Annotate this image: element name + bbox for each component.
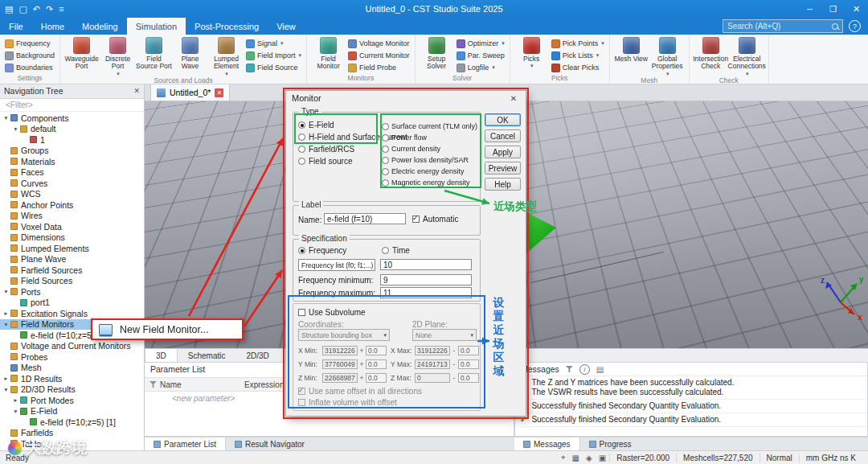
ribbon-button-mesh-view[interactable]: Mesh View	[613, 36, 649, 63]
tree-item-components[interactable]: ▾Components	[0, 113, 144, 124]
filter-icon[interactable]	[566, 366, 573, 372]
ribbon-button-field-source-port[interactable]: Field Source Port	[136, 36, 172, 71]
menu-tab-home[interactable]: Home	[32, 18, 73, 35]
view-tab-2d-3d[interactable]: 2D/3D	[235, 349, 279, 362]
ribbon-button-optimizer[interactable]: Optimizer▾	[455, 38, 506, 49]
context-menu-new-field-monitor[interactable]: New Field Monitor...	[91, 318, 244, 340]
ribbon-button-global-properties[interactable]: Global Properties▾	[649, 36, 686, 76]
max-offset-input[interactable]	[458, 373, 479, 383]
menu-tab-post-processing[interactable]: Post-Processing	[186, 18, 268, 35]
open-icon[interactable]: ▢	[18, 4, 27, 14]
panel-tab-parameter-list[interactable]: Parameter List	[145, 437, 226, 450]
menu-tab-view[interactable]: View	[268, 18, 305, 35]
ribbon-button-field-probe[interactable]: Field Probe	[346, 62, 411, 73]
frequency-radio[interactable]: Frequency	[298, 246, 346, 255]
ribbon-button-plane-wave[interactable]: Plane Wave	[172, 36, 208, 71]
tree-item-ports[interactable]: ▾Ports	[0, 286, 144, 298]
tree-item-e-field[interactable]: ▾E-Field	[0, 406, 144, 417]
close-icon[interactable]: ✕	[845, 0, 868, 18]
radio-electric-energy-density[interactable]: Electric energy density	[382, 167, 465, 175]
menu-tab-file[interactable]: File	[0, 18, 32, 35]
ribbon-button-electrical-connections[interactable]: Electrical Connections▾	[729, 36, 765, 76]
max-input[interactable]	[415, 359, 450, 369]
export-icon[interactable]: ▤	[596, 365, 604, 374]
dialog-button-help[interactable]: Help	[485, 178, 521, 191]
ribbon-button-field-monitor[interactable]: Field Monitor	[310, 36, 346, 71]
search-input[interactable]: Search (Alt+Q)	[723, 19, 843, 33]
max-offset-input[interactable]	[458, 359, 479, 369]
panel-close-icon[interactable]: ✕	[133, 87, 140, 95]
radio-field-source[interactable]: Field source	[298, 157, 352, 166]
tree-item-2d-3d-results[interactable]: ▾2D/3D Results	[0, 384, 144, 396]
min-input[interactable]	[322, 373, 358, 383]
radio-current-density[interactable]: Current density	[382, 145, 440, 153]
panel-tab-progress[interactable]: Progress	[580, 437, 641, 450]
redo-icon[interactable]: ↷	[46, 4, 53, 14]
min-input[interactable]	[322, 346, 358, 355]
ribbon-button-voltage-monitor[interactable]: Voltage Monitor	[346, 38, 411, 49]
min-input[interactable]	[322, 359, 358, 369]
ribbon-button-waveguide-port[interactable]: Waveguide Port	[63, 36, 100, 71]
ribbon-button-intersection-check[interactable]: Intersection Check	[693, 36, 729, 71]
expand-icon[interactable]: ▸	[2, 375, 10, 382]
ribbon-button-lumped-element[interactable]: Lumped Element▾	[208, 36, 244, 76]
min-offset-input[interactable]	[366, 359, 387, 369]
ribbon-button-boundaries[interactable]: Boundaries	[3, 62, 56, 73]
column-header-name[interactable]: Name	[145, 378, 240, 391]
tree-item-groups[interactable]: Groups	[0, 146, 144, 157]
dialog-button-ok[interactable]: OK	[485, 113, 521, 126]
radio-e-field[interactable]: E-Field	[298, 121, 334, 129]
document-tab[interactable]: Untitled_0* ✕	[150, 84, 230, 101]
inflate-checkbox[interactable]: Inflate volume with offset	[298, 398, 397, 407]
view-tab-schematic[interactable]: Schematic	[178, 349, 236, 362]
minimize-icon[interactable]: ─	[798, 0, 821, 18]
min-offset-input[interactable]	[366, 346, 387, 355]
tree-item-port-modes[interactable]: ▸Port Modes	[0, 395, 144, 406]
info-icon[interactable]: i	[579, 364, 590, 375]
same-offset-checkbox[interactable]: Use same offset in all directions	[298, 387, 422, 396]
tree-item-port1[interactable]: port1	[0, 298, 144, 309]
save-icon[interactable]: ▤	[5, 4, 13, 14]
max-input[interactable]	[415, 373, 450, 383]
ribbon-button-discrete-port[interactable]: Discrete Port▾	[100, 36, 136, 76]
maximize-icon[interactable]: ❐	[821, 0, 845, 18]
grid-icon[interactable]: ▦	[569, 454, 583, 462]
2d-plane-dropdown[interactable]: None ▾	[412, 329, 477, 341]
tree-item-materials[interactable]: Materials	[0, 156, 144, 167]
dialog-button-cancel[interactable]: Cancel	[485, 129, 521, 142]
max-input[interactable]	[415, 346, 450, 355]
ribbon-button-clear-picks[interactable]: Clear Picks	[550, 62, 606, 73]
tree-item-farfields[interactable]: Farfields	[0, 428, 144, 439]
dialog-title-bar[interactable]: Monitor ✕	[286, 91, 526, 105]
ribbon-button-picks[interactable]: Picks▾	[514, 36, 550, 69]
coordinates-dropdown[interactable]: Structure bounding box ▾	[298, 329, 390, 341]
menu-tab-simulation[interactable]: Simulation	[127, 18, 186, 35]
min-offset-input[interactable]	[366, 373, 387, 383]
frequency-maximum-input[interactable]	[380, 287, 472, 298]
dialog-close-icon[interactable]: ✕	[507, 94, 520, 103]
ribbon-button-pick-lists[interactable]: Pick Lists▾	[550, 50, 606, 61]
snap-icon[interactable]: ◈	[583, 454, 596, 462]
radio-farfield-rcs[interactable]: Farfield/RCS	[298, 145, 354, 154]
time-radio[interactable]: Time	[382, 246, 410, 255]
view-tab-3d[interactable]: 3D	[145, 349, 178, 362]
search-icon[interactable]	[832, 23, 838, 30]
macros-icon[interactable]: ≡	[59, 4, 63, 14]
collapse-icon[interactable]: ▾	[12, 408, 19, 415]
ribbon-button-field-source[interactable]: Field Source	[244, 62, 303, 73]
collapse-icon[interactable]: ▾	[2, 114, 10, 121]
view-icon[interactable]: ▣	[596, 454, 609, 462]
max-offset-input[interactable]	[458, 346, 479, 355]
use-subvolume-checkbox[interactable]: Use Subvolume	[298, 308, 366, 317]
tree-item-mesh[interactable]: Mesh	[0, 363, 144, 374]
message-entry[interactable]: ✓Successfully finished Secondary Quantit…	[515, 400, 867, 413]
tree-item-voxel-data[interactable]: Voxel Data	[0, 221, 144, 232]
tree-item-voltage-and-current-monitors[interactable]: Voltage and Current Monitors	[0, 341, 144, 352]
tree-item-curves[interactable]: Curves	[0, 178, 144, 189]
tree-item-field-sources[interactable]: Field Sources	[0, 276, 144, 287]
tree-item-anchor-points[interactable]: Anchor Points	[0, 199, 144, 211]
undo-icon[interactable]: ↶	[33, 4, 40, 14]
radio-surface-current-tlm-only[interactable]: Surface current (TLM only)	[382, 122, 477, 130]
ribbon-button-current-monitor[interactable]: Current Monitor	[346, 50, 411, 61]
tree-item-1[interactable]: 1	[0, 134, 144, 146]
